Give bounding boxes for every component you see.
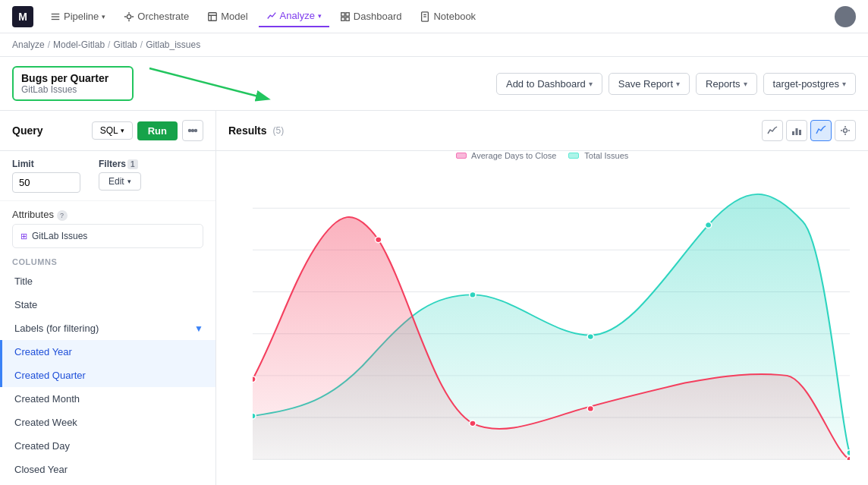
attributes-info-icon[interactable]: ? <box>57 210 68 221</box>
nav-item-orchestrate[interactable]: Orchestrate <box>116 6 197 27</box>
results-title: Results <box>228 124 267 137</box>
chart-bar-button[interactable] <box>786 120 807 141</box>
filters-label: Filters1 <box>99 159 141 169</box>
attribute-item-title[interactable]: Title <box>0 269 215 293</box>
attribute-item-created-month[interactable]: Created Month <box>0 387 215 411</box>
attribute-item-created-quarter[interactable]: Created Quarter <box>0 364 215 387</box>
filter-count: 1 <box>127 159 138 169</box>
svg-point-36 <box>470 292 476 298</box>
svg-rect-17 <box>792 131 794 135</box>
main-layout: Query SQL ▾ Run Limit Filters1 <box>0 111 868 485</box>
attribute-item-created-year[interactable]: Created Year <box>0 340 215 364</box>
app-logo[interactable]: M <box>12 6 33 27</box>
svg-rect-7 <box>341 17 344 20</box>
chart-controls <box>762 120 856 141</box>
nav-item-analyze[interactable]: Analyze ▾ <box>259 5 329 27</box>
breadcrumb-model-gitlab[interactable]: Model-Gitlab <box>53 39 105 50</box>
save-report-button[interactable]: Save Report ▾ <box>609 73 690 95</box>
report-subtitle: GitLab Issues <box>21 84 124 95</box>
reports-button[interactable]: Reports ▾ <box>696 73 757 95</box>
breadcrumb-current: Gitlab_issues <box>146 39 200 50</box>
chart-settings-button[interactable] <box>835 120 856 141</box>
svg-point-37 <box>587 334 593 340</box>
edit-filters-button[interactable]: Edit ▾ <box>99 172 141 191</box>
model-icon <box>207 11 218 22</box>
avatar[interactable] <box>835 6 856 27</box>
limit-input[interactable] <box>12 172 80 193</box>
nav-item-notebook[interactable]: Notebook <box>412 6 483 27</box>
breadcrumb-analyze[interactable]: Analyze <box>12 39 45 50</box>
sql-mode-button[interactable]: SQL ▾ <box>92 121 133 140</box>
attributes-label: Attributes ? <box>12 209 68 221</box>
more-icon <box>187 125 198 136</box>
nav-item-dashboard[interactable]: Dashboard <box>332 6 410 27</box>
nav-item-pipeline[interactable]: Pipeline ▾ <box>42 6 113 27</box>
svg-rect-6 <box>346 12 349 15</box>
run-button[interactable]: Run <box>137 121 178 140</box>
chevron-down-icon-reports: ▾ <box>744 80 747 88</box>
attribute-item-closed-quarter[interactable]: Closed Quarter <box>0 481 215 485</box>
source-block: ⊞ GitLab Issues <box>12 224 203 248</box>
report-title: Bugs per Quarter <box>21 72 124 84</box>
query-controls: SQL ▾ Run <box>92 120 203 141</box>
filter-row: Edit ▾ <box>99 172 141 191</box>
attribute-item-labels[interactable]: Labels (for filtering) ▼ <box>0 317 215 340</box>
table-icon: ⊞ <box>20 231 27 241</box>
breadcrumb-gitlab[interactable]: Gitlab <box>113 39 137 50</box>
chevron-down-icon-add: ▾ <box>589 80 593 88</box>
svg-point-41 <box>376 237 382 243</box>
line-chart-icon <box>767 125 778 136</box>
svg-point-14 <box>189 130 190 131</box>
top-nav: M Pipeline ▾ Orchestrate Model Analyze ▾… <box>0 0 868 33</box>
filters-group: Filters1 Edit ▾ <box>99 159 141 191</box>
legend-pink-dot <box>456 153 467 159</box>
menu-icon <box>50 11 61 22</box>
attribute-item-created-day[interactable]: Created Day <box>0 434 215 458</box>
dashboard-icon <box>340 11 351 22</box>
chart-line-button[interactable] <box>762 120 783 141</box>
source-label: GitLab Issues <box>32 231 87 241</box>
svg-point-43 <box>587 406 593 412</box>
legend-teal-dot <box>568 153 579 159</box>
limit-filters-section: Limit Filters1 Edit ▾ <box>0 151 215 201</box>
attribute-item-closed-year[interactable]: Closed Year <box>0 458 215 481</box>
add-to-dashboard-button[interactable]: Add to Dashboard ▾ <box>496 73 602 95</box>
svg-rect-8 <box>346 17 349 20</box>
chart-svg: 70 60 50 40 30 20 10 <box>253 166 850 460</box>
connection-selector[interactable]: target-postgres ▾ <box>763 73 856 95</box>
query-panel: Query SQL ▾ Run Limit Filters1 <box>0 111 216 485</box>
bar-chart-icon <box>791 125 802 136</box>
header-bar: Bugs per Quarter GitLab Issues Add to Da… <box>0 57 868 111</box>
chart-legend: Average Days to Close Total Issues <box>216 151 868 160</box>
legend-pink: Average Days to Close <box>456 151 557 160</box>
results-count: (5) <box>273 125 285 136</box>
svg-rect-5 <box>341 12 344 15</box>
query-panel-header: Query SQL ▾ Run <box>0 111 215 151</box>
chevron-down-icon-filter: ▾ <box>127 178 131 185</box>
analyze-icon <box>266 11 277 21</box>
chart-container: 70 60 50 40 30 20 10 <box>216 166 868 485</box>
svg-point-42 <box>470 420 476 427</box>
breadcrumb: Analyze / Model-Gitlab / Gitlab / Gitlab… <box>0 33 868 57</box>
nav-item-model[interactable]: Model <box>200 6 255 27</box>
limit-group: Limit <box>12 159 80 193</box>
query-options-button[interactable] <box>182 120 203 141</box>
chevron-down-icon: ▾ <box>102 13 105 20</box>
attribute-item-state[interactable]: State <box>0 293 215 317</box>
legend-teal: Total Issues <box>568 151 628 160</box>
orchestrate-icon <box>124 11 134 22</box>
attribute-item-created-week[interactable]: Created Week <box>0 411 215 434</box>
chevron-down-icon-sql: ▾ <box>121 127 124 134</box>
arrow-annotation <box>146 65 282 102</box>
results-header: Results (5) <box>216 111 868 151</box>
report-title-block: Bugs per Quarter GitLab Issues <box>12 66 134 101</box>
chart-area-button[interactable] <box>810 120 832 141</box>
header-actions: Add to Dashboard ▾ Save Report ▾ Reports… <box>496 73 856 95</box>
results-panel: Results (5) Average Days <box>216 111 868 485</box>
area-chart-icon <box>816 125 826 136</box>
chevron-down-icon-analyze: ▾ <box>318 12 322 20</box>
filter-active-icon: ▼ <box>194 323 203 334</box>
svg-rect-19 <box>799 130 801 135</box>
svg-point-16 <box>195 130 197 131</box>
svg-point-3 <box>127 14 131 18</box>
